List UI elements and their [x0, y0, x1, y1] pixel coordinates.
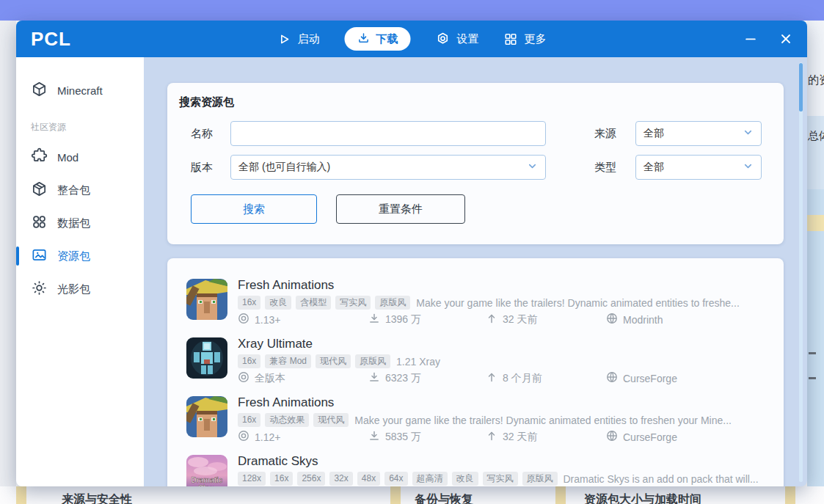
image-icon: [31, 246, 48, 266]
sidebar-item-label: Mod: [57, 151, 79, 164]
sidebar-item-label: 数据包: [57, 216, 90, 230]
thumbnail-text: Dramatic: [192, 476, 223, 484]
close-button[interactable]: [776, 29, 795, 48]
sidebar-item-shaderpack[interactable]: 光影包: [16, 276, 144, 302]
pack-thumbnail-fresh-animations: [186, 396, 227, 437]
nav-tab-more[interactable]: 更多: [504, 32, 547, 46]
downloads-icon: [368, 371, 380, 385]
sidebar-item-modpack[interactable]: 整合包: [16, 177, 144, 203]
name-label: 名称: [191, 121, 213, 146]
search-panel: 搜索资源包 名称 来源 全部 版本 全部 (也可自行输入) 类型 全部: [167, 83, 784, 244]
background-heading: 来源与安全性: [62, 492, 132, 504]
sidebar-item-mod[interactable]: Mod: [16, 144, 144, 170]
type-select-value: 全部: [643, 161, 664, 174]
pack-description: Make your game like the trailers! Dynami…: [416, 297, 739, 309]
main-content: 搜索资源包 名称 来源 全部 版本 全部 (也可自行输入) 类型 全部: [144, 57, 807, 486]
tag: 16x: [270, 472, 293, 486]
pack-updated: 32 天前: [503, 313, 537, 326]
sidebar-item-resourcepack[interactable]: 资源包: [16, 243, 144, 269]
pack-source: Modrinth: [623, 314, 663, 326]
scrollbar-track[interactable]: [799, 62, 803, 482]
sidebar-item-label: 整合包: [57, 183, 90, 197]
pack-tags: 128x 16x 256x 32x 48x 64x 超高清 改良 写实风 原版风…: [238, 472, 773, 486]
version-label: 版本: [191, 155, 213, 180]
pack-tags: 16x 改良 含模型 写实风 原版风 Make your game like t…: [238, 296, 773, 310]
sidebar-item-label: 光影包: [57, 282, 90, 296]
titlebar[interactable]: PCL 启动 下载 设置 更多: [16, 21, 807, 57]
version-icon: [238, 371, 249, 385]
pack-meta: 1.13+ 1396 万 32 天前 Modrinth: [238, 313, 773, 326]
result-row[interactable]: Xray Ultimate 16x 兼容 Mod 现代风 原版风 1.21 Xr…: [167, 336, 784, 395]
chevron-down-icon: [743, 127, 754, 140]
source-select[interactable]: 全部: [635, 121, 762, 146]
sidebar-section-label: 社区资源: [31, 121, 144, 134]
pack-thumbnail-fresh-animations: [186, 279, 227, 320]
tag: 256x: [297, 472, 325, 486]
result-row[interactable]: Fresh Animations 16x 动态效果 现代风 Make your …: [167, 395, 784, 453]
globe-icon: [606, 371, 618, 385]
tag: 64x: [384, 472, 407, 486]
globe-icon: [606, 430, 618, 444]
background-text-cut: [809, 377, 816, 379]
version-icon: [238, 430, 249, 444]
pack-source: CurseForge: [623, 373, 677, 384]
nav-label: 设置: [457, 32, 479, 46]
tag: 128x: [238, 472, 266, 486]
result-row[interactable]: Fresh Animations 16x 改良 含模型 写实风 原版风 Make…: [167, 277, 784, 336]
tag: 兼容 Mod: [265, 354, 311, 368]
tag: 超高清: [412, 472, 448, 486]
background-yellow-bar: [390, 486, 401, 504]
pack-downloads: 6323 万: [385, 372, 421, 385]
version-icon: [238, 313, 249, 326]
version-select-value: 全部 (也可自行输入): [238, 161, 330, 174]
nav-tab-download[interactable]: 下载: [345, 27, 411, 51]
downloads-icon: [368, 313, 380, 326]
globe-icon: [606, 313, 618, 326]
pack-source: CurseForge: [623, 431, 677, 443]
pack-title: Fresh Animations: [238, 395, 773, 411]
background-window-strip: [0, 0, 824, 21]
pack-title: Fresh Animations: [238, 277, 773, 293]
scrollbar-thumb[interactable]: [799, 63, 803, 112]
result-info: Fresh Animations 16x 改良 含模型 写实风 原版风 Make…: [238, 277, 784, 336]
sidebar: Minecraft 社区资源 Mod 整合包 数据包 资源包: [16, 57, 144, 486]
sidebar-item-minecraft[interactable]: Minecraft: [16, 77, 144, 103]
chevron-down-icon: [743, 161, 754, 174]
nav-label: 更多: [525, 32, 547, 46]
results-list: Fresh Animations 16x 改良 含模型 写实风 原版风 Make…: [167, 258, 784, 486]
sidebar-item-label: 资源包: [57, 249, 90, 263]
active-indicator: [16, 246, 19, 266]
tag: 16x: [238, 354, 260, 368]
pack-tags: 16x 兼容 Mod 现代风 原版风 1.21 Xray: [238, 354, 773, 368]
source-select-value: 全部: [643, 127, 664, 140]
pack-meta: 全版本 6323 万 8 个月前 CurseForge: [238, 371, 773, 385]
pack-updated: 32 天前: [503, 431, 537, 444]
sidebar-item-datapack[interactable]: 数据包: [16, 210, 144, 236]
reset-button[interactable]: 重置条件: [336, 194, 465, 224]
tag: 原版风: [355, 354, 390, 368]
gear-icon: [436, 32, 451, 46]
search-button[interactable]: 搜索: [191, 194, 317, 224]
pcl-window: PCL 启动 下载 设置 更多: [16, 21, 807, 486]
type-select[interactable]: 全部: [635, 155, 762, 180]
nav-tab-settings[interactable]: 设置: [436, 32, 479, 46]
result-row[interactable]: Dramatic Skys Dramatic Skys 128x 16x 256…: [167, 453, 784, 486]
type-label: 类型: [594, 155, 616, 180]
minimize-button[interactable]: [741, 29, 760, 48]
updated-icon: [486, 371, 497, 385]
thumbnail-text: Skys: [198, 484, 216, 486]
pack-description: 1.21 Xray: [396, 356, 440, 368]
tag: 原版风: [522, 472, 558, 486]
pack-version: 全版本: [255, 372, 285, 385]
background-highlight-band: [807, 189, 824, 487]
tag: 16x: [238, 296, 260, 310]
nav-tab-launch[interactable]: 启动: [277, 32, 320, 46]
result-info: Fresh Animations 16x 动态效果 现代风 Make your …: [238, 395, 784, 453]
name-input[interactable]: [230, 121, 546, 146]
cube-icon: [31, 81, 48, 100]
background-heading: 备份与恢复: [415, 492, 473, 504]
nav-label: 启动: [298, 32, 320, 46]
search-panel-title: 搜索资源包: [179, 95, 234, 109]
version-select[interactable]: 全部 (也可自行输入): [230, 155, 546, 180]
pack-description: Dramatic Skys is an add on pack that wil…: [564, 473, 759, 485]
